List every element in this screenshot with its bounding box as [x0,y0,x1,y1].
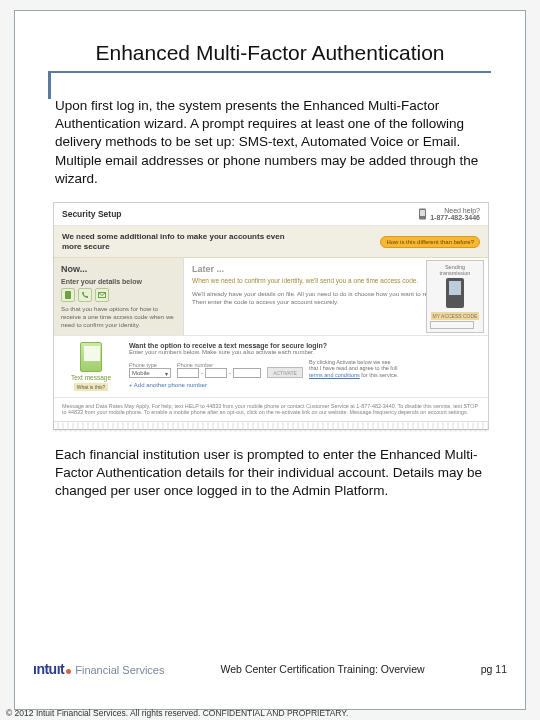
access-code-input[interactable] [430,321,474,329]
copyright-line: © 2012 Intuit Financial Services. All ri… [6,708,348,718]
sending-label: Sending transmission [430,264,480,276]
slide-title: Enhanced Multi-Factor Authentication [49,41,491,65]
need-help-phone: 1-877-482-3446 [430,214,480,221]
delivery-icons-row [61,288,176,302]
svg-rect-1 [420,210,425,216]
banner-text: We need some additional info to make you… [62,232,302,251]
text-message-section: Text message What is this? Want the opti… [54,335,488,397]
intuit-logo: ıntuıt Financial Services [33,661,164,677]
chevron-down-icon: ▾ [165,370,168,377]
security-setup-screenshot: Security Setup Need help? 1-877-482-3446… [53,202,489,430]
text-option-left: Text message What is this? [61,342,121,391]
info-banner: We need some additional info to make you… [54,226,488,258]
security-setup-heading: Security Setup [62,209,122,219]
footer-title: Web Center Certification Training: Overv… [176,663,468,675]
slide-page: Enhanced Multi-Factor Authentication Upo… [14,10,526,710]
email-icon [95,288,109,302]
later-column: Later ... When we need to confirm your i… [184,258,488,334]
how-different-button[interactable]: How is this different than before? [380,236,480,248]
need-help-block: Need help? 1-877-482-3446 [418,207,480,221]
logo-text: ıntuıt [33,661,64,677]
logo-dot-icon [66,669,71,674]
now-column: Now... Enter your details below So that … [54,258,184,334]
svg-rect-2 [65,291,71,299]
activate-disclaimer: By clicking Activate below we see that I… [309,359,399,379]
now-subtitle: Enter your details below [61,278,176,285]
phone-type-value: Mobile [132,370,150,376]
page-number: pg 11 [481,663,507,675]
phone-entry-row: Phone type Mobile ▾ Phone number - - [129,359,481,379]
flip-phone-icon [446,278,464,308]
access-code-label: MY ACCESS CODE [431,312,480,320]
text-option-right: Want the option to receive a text messag… [129,342,481,391]
sms-footnote: Message and Data Rates May Apply. For he… [54,397,488,422]
voice-icon [78,288,92,302]
sms-icon [61,288,75,302]
text-option-sub: Enter your numbers below. Make sure you … [129,349,481,355]
screenshot-header: Security Setup Need help? 1-877-482-3446 [54,203,488,226]
phone-part-3[interactable] [233,368,261,378]
phone-part-2[interactable] [205,368,227,378]
what-is-this-link[interactable]: What is this? [74,383,109,391]
logo-subtext: Financial Services [75,664,164,676]
intro-paragraph: Upon first log in, the system presents t… [55,97,485,188]
mobile-phone-icon [80,342,102,372]
need-help-label: Need help? [430,207,480,214]
activate-button[interactable]: ACTIVATE [267,367,303,378]
closing-paragraph: Each financial institution user is promp… [55,446,485,501]
text-option-question: Want the option to receive a text messag… [129,342,481,349]
device-preview: Sending transmission MY ACCESS CODE [426,260,484,333]
torn-edge [54,421,488,429]
text-message-label: Text message [61,374,121,381]
phone-icon [418,208,427,220]
now-later-columns: Now... Enter your details below So that … [54,258,488,334]
now-title: Now... [61,264,176,274]
terms-link[interactable]: terms and conditions [309,372,360,378]
now-description: So that you have options for how to rece… [61,305,176,328]
add-another-phone-link[interactable]: + Add another phone number [129,382,481,388]
title-container: Enhanced Multi-Factor Authentication [49,41,491,73]
phone-part-1[interactable] [177,368,199,378]
phone-type-select[interactable]: Mobile ▾ [129,368,171,378]
slide-footer: ıntuıt Financial Services Web Center Cer… [15,661,525,677]
